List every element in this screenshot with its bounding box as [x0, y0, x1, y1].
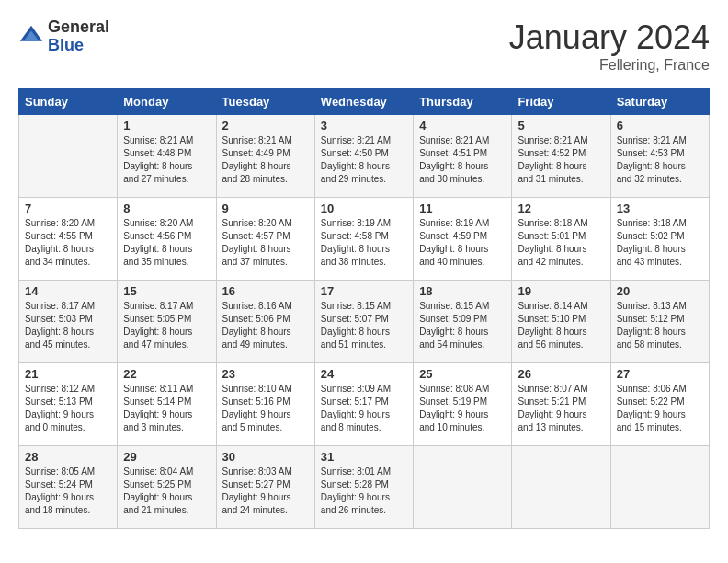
day-info-line: Daylight: 9 hours: [321, 492, 390, 502]
day-info: Sunrise: 8:06 AMSunset: 5:22 PMDaylight:…: [617, 383, 703, 434]
day-info-line: Daylight: 8 hours: [419, 161, 488, 171]
day-number: 19: [518, 284, 604, 298]
calendar-cell: 19Sunrise: 8:14 AMSunset: 5:10 PMDayligh…: [512, 281, 610, 363]
day-info: Sunrise: 8:14 AMSunset: 5:10 PMDaylight:…: [518, 300, 604, 351]
day-info: Sunrise: 8:05 AMSunset: 5:24 PMDaylight:…: [25, 465, 111, 517]
calendar-cell: [414, 446, 512, 529]
day-info-line: Sunrise: 8:17 AM: [123, 301, 193, 311]
day-info-line: Daylight: 8 hours: [321, 327, 390, 337]
day-info-line: Daylight: 8 hours: [222, 161, 291, 171]
day-info-line: Sunrise: 8:21 AM: [321, 135, 391, 145]
day-info-line: Sunrise: 8:15 AM: [419, 301, 489, 311]
day-header-sunday: Sunday: [19, 89, 118, 115]
calendar-cell: 15Sunrise: 8:17 AMSunset: 5:05 PMDayligh…: [118, 281, 216, 363]
day-info: Sunrise: 8:12 AMSunset: 5:13 PMDaylight:…: [25, 383, 111, 434]
calendar-cell: 5Sunrise: 8:21 AMSunset: 4:52 PMDaylight…: [512, 115, 610, 198]
day-number: 25: [419, 367, 506, 381]
day-info-line: and 21 minutes.: [123, 505, 188, 515]
day-info-line: Daylight: 8 hours: [321, 161, 390, 171]
day-info-line: Sunrise: 8:12 AM: [25, 384, 95, 394]
calendar-cell: 26Sunrise: 8:07 AMSunset: 5:21 PMDayligh…: [512, 363, 610, 446]
day-info-line: Sunset: 4:52 PM: [518, 148, 586, 158]
day-info-line: and 10 minutes.: [419, 422, 484, 432]
day-info-line: Sunset: 4:48 PM: [123, 148, 191, 158]
day-number: 22: [123, 367, 210, 381]
day-info-line: Sunset: 4:55 PM: [25, 231, 93, 241]
day-info-line: Sunrise: 8:21 AM: [419, 135, 489, 145]
day-info-line: Sunset: 5:07 PM: [321, 314, 389, 324]
day-info-line: Sunset: 4:49 PM: [222, 148, 290, 158]
calendar-cell: 24Sunrise: 8:09 AMSunset: 5:17 PMDayligh…: [314, 363, 413, 446]
calendar-cell: 13Sunrise: 8:18 AMSunset: 5:02 PMDayligh…: [610, 198, 709, 281]
calendar-cell: 20Sunrise: 8:13 AMSunset: 5:12 PMDayligh…: [610, 281, 709, 363]
day-info-line: Sunrise: 8:07 AM: [518, 384, 587, 394]
day-info-line: Sunrise: 8:21 AM: [222, 135, 292, 145]
day-info-line: Sunrise: 8:19 AM: [419, 218, 489, 228]
calendar-cell: 18Sunrise: 8:15 AMSunset: 5:09 PMDayligh…: [414, 281, 512, 363]
day-info-line: Sunset: 5:13 PM: [25, 396, 93, 407]
day-info-line: and 49 minutes.: [222, 339, 288, 350]
title-area: January 2024 Fellering, France: [509, 18, 710, 74]
day-info-line: Sunset: 5:09 PM: [419, 314, 487, 324]
day-info-line: and 3 minutes.: [123, 422, 184, 432]
day-number: 18: [419, 284, 506, 298]
day-info-line: and 42 minutes.: [518, 257, 583, 267]
day-info-line: and 26 minutes.: [321, 505, 386, 515]
day-info: Sunrise: 8:18 AMSunset: 5:02 PMDaylight:…: [617, 217, 703, 269]
day-info-line: and 8 minutes.: [321, 422, 381, 432]
day-header-saturday: Saturday: [610, 89, 709, 115]
day-info-line: Sunset: 5:01 PM: [518, 231, 586, 241]
calendar-cell: 12Sunrise: 8:18 AMSunset: 5:01 PMDayligh…: [512, 198, 610, 281]
day-info-line: Daylight: 9 hours: [123, 409, 192, 419]
day-info-line: and 15 minutes.: [617, 422, 682, 432]
day-info-line: Sunset: 4:58 PM: [321, 231, 389, 241]
day-number: 27: [617, 367, 703, 381]
day-info-line: Sunrise: 8:06 AM: [617, 384, 687, 394]
day-number: 13: [617, 201, 703, 215]
calendar-cell: 8Sunrise: 8:20 AMSunset: 4:56 PMDaylight…: [118, 198, 216, 281]
day-number: 26: [518, 367, 604, 381]
day-info-line: and 35 minutes.: [123, 257, 188, 267]
day-info-line: Sunset: 5:17 PM: [321, 396, 389, 407]
day-info-line: Sunrise: 8:09 AM: [321, 384, 391, 394]
day-info: Sunrise: 8:21 AMSunset: 4:49 PMDaylight:…: [222, 134, 309, 186]
day-info-line: Daylight: 8 hours: [222, 327, 291, 337]
day-info-line: Sunrise: 8:17 AM: [25, 301, 95, 311]
day-info-line: Sunrise: 8:01 AM: [321, 466, 391, 477]
day-number: 1: [123, 119, 210, 132]
day-info: Sunrise: 8:21 AMSunset: 4:50 PMDaylight:…: [321, 134, 407, 186]
calendar-location: Fellering, France: [509, 57, 710, 74]
calendar-cell: [512, 446, 610, 529]
day-number: 4: [419, 119, 506, 132]
day-info: Sunrise: 8:17 AMSunset: 5:03 PMDaylight:…: [25, 300, 111, 351]
calendar-week-3: 14Sunrise: 8:17 AMSunset: 5:03 PMDayligh…: [19, 281, 710, 363]
day-info-line: Sunset: 5:14 PM: [123, 396, 191, 407]
day-number: 7: [25, 201, 111, 215]
day-info-line: Sunrise: 8:21 AM: [617, 135, 687, 145]
day-info: Sunrise: 8:15 AMSunset: 5:09 PMDaylight:…: [419, 300, 506, 351]
day-info: Sunrise: 8:13 AMSunset: 5:12 PMDaylight:…: [617, 300, 703, 351]
calendar-week-5: 28Sunrise: 8:05 AMSunset: 5:24 PMDayligh…: [19, 446, 710, 529]
day-info-line: Sunrise: 8:13 AM: [617, 301, 687, 311]
day-number: 6: [617, 119, 703, 132]
day-number: 21: [25, 367, 111, 381]
day-header-tuesday: Tuesday: [216, 89, 314, 115]
day-info-line: Daylight: 8 hours: [123, 244, 192, 254]
day-number: 12: [518, 201, 604, 215]
day-info-line: Sunrise: 8:18 AM: [518, 218, 587, 228]
day-info: Sunrise: 8:01 AMSunset: 5:28 PMDaylight:…: [321, 465, 407, 517]
day-number: 28: [25, 450, 111, 464]
day-info-line: and 24 minutes.: [222, 505, 288, 515]
day-info-line: Sunset: 5:16 PM: [222, 396, 290, 407]
day-info-line: and 29 minutes.: [321, 174, 386, 184]
day-number: 29: [123, 450, 210, 464]
day-info-line: Sunrise: 8:20 AM: [123, 218, 193, 228]
calendar-cell: 9Sunrise: 8:20 AMSunset: 4:57 PMDaylight…: [216, 198, 314, 281]
day-info-line: Sunset: 4:56 PM: [123, 231, 191, 241]
day-info-line: and 30 minutes.: [419, 174, 484, 184]
day-info-line: and 27 minutes.: [123, 174, 188, 184]
day-info-line: Sunset: 5:12 PM: [617, 314, 685, 324]
day-info-line: Sunset: 4:50 PM: [321, 148, 389, 158]
day-info-line: Sunrise: 8:18 AM: [617, 218, 687, 228]
day-info-line: Sunrise: 8:15 AM: [321, 301, 391, 311]
